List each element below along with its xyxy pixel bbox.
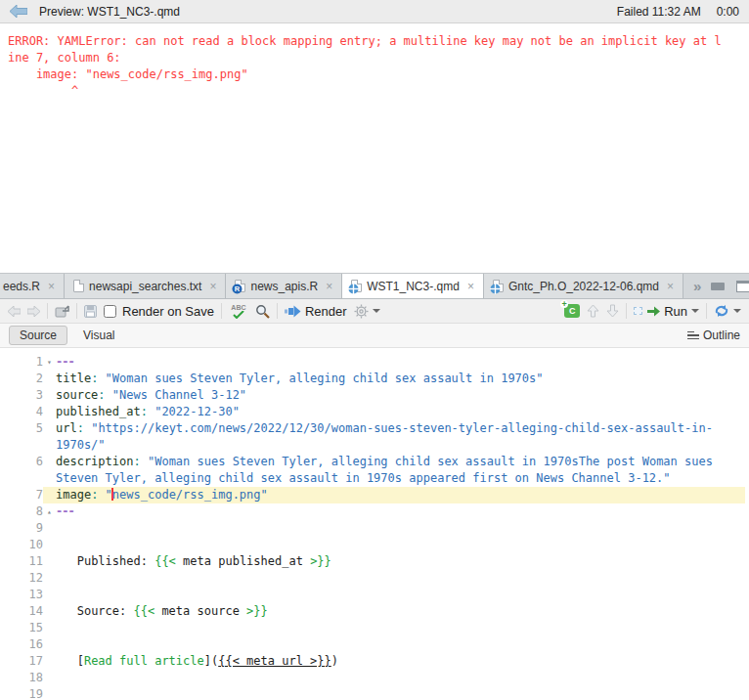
code-text[interactable] — [56, 587, 745, 603]
editor-mode-bar: Source Visual Outline — [0, 324, 749, 348]
preview-elapsed-time: 0:00 — [717, 5, 739, 19]
code-line[interactable]: 17 [Read full article]({{< meta url >}}) — [0, 653, 749, 670]
run-button[interactable]: Run — [634, 304, 699, 319]
editor-tab[interactable]: eeds.R× — [0, 274, 65, 298]
code-text[interactable] — [56, 520, 745, 537]
save-icon[interactable] — [84, 305, 97, 318]
render-options-button[interactable] — [354, 304, 380, 319]
code-line[interactable]: 8▴--- — [0, 503, 749, 520]
tab-label: newsapi_searches.txt — [89, 280, 201, 293]
code-line[interactable]: 7image: "news_code/rss_img.png" — [0, 487, 749, 503]
code-text[interactable] — [56, 670, 745, 686]
code-text[interactable] — [56, 686, 745, 700]
outline-toggle[interactable]: Outline — [687, 328, 740, 342]
line-number: 13 — [0, 587, 43, 603]
render-button-label: Render — [305, 304, 347, 319]
fold-marker-icon[interactable]: ▾ — [43, 354, 56, 371]
editor-tab[interactable]: WST1_NC3-.qmd× — [342, 274, 484, 298]
editor-tab[interactable]: Rnews_apis.R× — [226, 274, 342, 298]
outline-icon — [687, 331, 699, 340]
toolbar-separator — [221, 303, 222, 319]
code-line[interactable]: 3source: "News Channel 3-12" — [0, 387, 749, 404]
open-in-new-window-icon[interactable] — [55, 305, 69, 318]
code-line[interactable]: 2title: "Woman sues Steven Tyler, allegi… — [0, 371, 749, 387]
code-line[interactable]: 4published_at: "2022-12-30" — [0, 404, 749, 420]
code-text[interactable]: --- — [56, 503, 745, 520]
fold-gutter — [43, 387, 56, 404]
close-icon[interactable]: × — [667, 280, 674, 293]
render-on-save-checkbox[interactable] — [104, 305, 116, 318]
code-editor[interactable]: 1▾---2title: "Woman sues Steven Tyler, a… — [0, 348, 749, 700]
back-arrow-icon[interactable] — [10, 5, 27, 18]
code-line[interactable]: 6description: "Woman sues Steven Tyler, … — [0, 454, 749, 487]
code-line[interactable]: 16 — [0, 636, 749, 653]
code-text[interactable]: image: "news_code/rss_img.png" — [56, 487, 745, 503]
code-line[interactable]: 13 — [0, 587, 749, 603]
code-line[interactable]: 11 Published: {{< meta published_at >}} — [0, 553, 749, 570]
line-number: 4 — [0, 404, 43, 420]
insert-chunk-icon[interactable]: C + — [564, 304, 580, 318]
code-line[interactable]: 10 — [0, 537, 749, 553]
line-number: 12 — [0, 570, 43, 587]
code-text[interactable]: source: "News Channel 3-12" — [56, 387, 745, 404]
render-on-save-option[interactable]: Render on Save — [104, 304, 214, 319]
tab-label: eeds.R — [3, 280, 40, 293]
tab-overflow-icon[interactable]: » — [693, 278, 699, 294]
code-line[interactable]: 14 Source: {{< meta source >}} — [0, 603, 749, 620]
code-line[interactable]: 18 — [0, 670, 749, 686]
code-line[interactable]: 1▾--- — [0, 354, 749, 371]
chevron-down-icon — [691, 309, 699, 313]
code-line[interactable]: 19 — [0, 686, 749, 700]
spellcheck-icon[interactable]: ABC — [229, 304, 248, 319]
fold-gutter — [43, 520, 56, 537]
code-line[interactable]: 9 — [0, 520, 749, 537]
minimize-pane-icon[interactable] — [711, 283, 725, 290]
fold-gutter — [43, 636, 56, 653]
fold-gutter — [43, 686, 56, 700]
text-file-icon — [73, 280, 84, 292]
code-text[interactable]: --- — [56, 354, 745, 371]
editor-tab[interactable]: newsapi_searches.txt× — [65, 274, 226, 298]
code-text[interactable]: title: "Woman sues Steven Tyler, allegin… — [56, 371, 745, 387]
code-text[interactable]: published_at: "2022-12-30" — [56, 404, 745, 420]
source-mode-button[interactable]: Source — [9, 326, 67, 345]
code-line[interactable]: 5url: "https://keyt.com/news/2022/12/30/… — [0, 420, 749, 454]
toolbar-separator — [706, 303, 707, 319]
nav-forward-icon[interactable] — [27, 306, 40, 317]
close-icon[interactable]: × — [209, 280, 216, 293]
rerun-button[interactable] — [714, 304, 741, 318]
preview-error-output: ERROR: YAMLError: can not read a block m… — [0, 23, 749, 273]
chevron-down-icon — [733, 309, 741, 313]
render-button[interactable]: Render — [285, 304, 347, 319]
fold-gutter — [43, 454, 56, 487]
close-icon[interactable]: × — [326, 280, 332, 293]
line-number: 19 — [0, 686, 43, 700]
toolbar-separator — [76, 303, 77, 319]
code-text[interactable]: url: "https://keyt.com/news/2022/12/30/w… — [56, 420, 745, 454]
code-text[interactable] — [56, 620, 745, 636]
close-icon[interactable]: × — [48, 280, 55, 293]
visual-mode-button[interactable]: Visual — [83, 328, 114, 342]
code-text[interactable]: [Read full article]({{< meta url >}}) — [56, 653, 745, 670]
toolbar-right-group: C + Run — [564, 303, 741, 319]
code-line[interactable]: 12 — [0, 570, 749, 587]
run-selection-icon — [634, 307, 642, 315]
fold-marker-icon[interactable]: ▴ — [43, 503, 56, 520]
code-line[interactable]: 15 — [0, 620, 749, 636]
code-text[interactable]: Source: {{< meta source >}} — [56, 603, 745, 620]
nav-back-icon[interactable] — [8, 306, 21, 317]
fold-gutter — [43, 620, 56, 636]
search-icon[interactable] — [255, 304, 270, 319]
quarto-file-icon — [493, 280, 504, 292]
editor-tab[interactable]: Gntc_Ph.O_2022-12-06.qmd× — [484, 274, 683, 298]
code-text[interactable] — [56, 570, 745, 587]
fold-gutter — [43, 670, 56, 686]
go-to-next-icon[interactable] — [606, 304, 619, 318]
maximize-pane-icon[interactable] — [736, 281, 749, 292]
close-icon[interactable]: × — [467, 280, 474, 293]
code-text[interactable] — [56, 537, 745, 553]
code-text[interactable]: Published: {{< meta published_at >}} — [56, 553, 745, 570]
go-to-previous-icon[interactable] — [587, 304, 599, 318]
code-text[interactable]: description: "Woman sues Steven Tyler, a… — [56, 454, 745, 487]
code-text[interactable] — [56, 636, 745, 653]
